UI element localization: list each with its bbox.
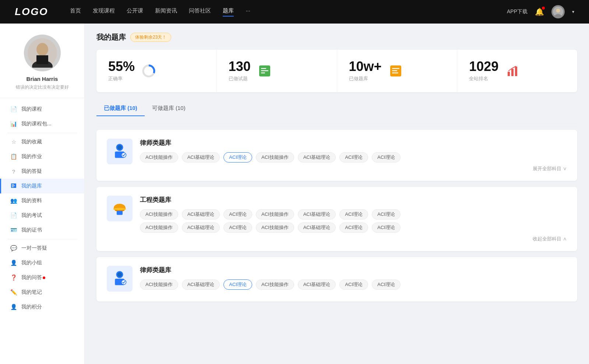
main-content: 我的题库 体验剩余23天！ 55% 正确率 (85, 24, 589, 364)
stat-done-questions-value: 130 (229, 60, 251, 73)
stat-rank: 1029 全站排名 (457, 50, 577, 92)
bank-card-3: 律师类题库 ACI技能操作 ACI基础理论 ACI理论 ACI技能操作 ACI基… (96, 257, 577, 301)
bank-tag-1-2[interactable]: ACI理论 (223, 152, 252, 163)
sidebar-user-motto: 错误的决定比没有决定要好 (7, 84, 77, 90)
bank-tag-3-6[interactable]: ACI理论 (372, 279, 401, 290)
svg-rect-15 (261, 70, 268, 71)
bank-tag-3-3[interactable]: ACI技能操作 (256, 279, 294, 290)
sidebar-item-onetoone[interactable]: 💬 一对一答疑 (0, 241, 84, 256)
page-header: 我的题库 体验剩余23天！ (96, 32, 577, 42)
sidebar-item-myexam[interactable]: 📄 我的考试 (0, 208, 84, 223)
svg-rect-14 (261, 68, 266, 69)
bank-tag-1-5[interactable]: ACI理论 (339, 152, 368, 163)
bank-name-2: 工程类题库 (140, 196, 567, 204)
sidebar-item-myanswer[interactable]: ? 我的答疑 (0, 164, 84, 179)
sidebar-item-mycourse[interactable]: 📄 我的课程 (0, 102, 84, 117)
stat-done-banks-text: 10w+ 已做题库 (349, 60, 382, 82)
bank-tag-2-5[interactable]: ACI理论 (339, 209, 368, 220)
accuracy-icon (141, 63, 157, 79)
user-avatar[interactable] (551, 5, 565, 18)
nav-opencourse[interactable]: 公开课 (127, 7, 143, 17)
page-wrapper: Brian Harris 错误的决定比没有决定要好 📄 我的课程 📊 我的课程包… (0, 24, 589, 364)
bank-tag-3-0[interactable]: ACI技能操作 (140, 279, 178, 290)
expand-btn-1[interactable]: 展开全部科目 ∨ (140, 165, 567, 172)
svg-rect-10 (12, 187, 14, 188)
bank-tag-2b-3[interactable]: ACI技能操作 (256, 222, 294, 233)
sidebar-item-myqa[interactable]: ❓ 我的问答 (0, 270, 84, 285)
nav-questionbank[interactable]: 题库 (223, 7, 234, 17)
bank-tag-3-5[interactable]: ACI理论 (339, 279, 368, 290)
sidebar-item-homework[interactable]: 📋 我的作业 (0, 149, 84, 164)
nav-home[interactable]: 首页 (70, 7, 81, 17)
done-banks-icon (388, 63, 404, 79)
stat-accuracy-text: 55% 正确率 (108, 60, 135, 82)
myanswer-icon: ? (10, 168, 17, 175)
sidebar-item-mypoints[interactable]: 👤 我的积分 (0, 300, 84, 314)
expand-btn-2[interactable]: 收起全部科目 ∧ (140, 236, 567, 242)
mynotes-icon: ✏️ (10, 289, 17, 296)
sidebar-label-myqa: 我的问答 (21, 274, 45, 281)
svg-rect-16 (261, 72, 265, 74)
bank-tag-1-6[interactable]: ACI理论 (372, 152, 401, 163)
bank-tag-3-1[interactable]: ACI基础理论 (182, 279, 220, 290)
stats-row: 55% 正确率 130 已做试题 (96, 50, 577, 92)
svg-rect-9 (12, 186, 15, 186)
homework-icon: 📋 (10, 153, 17, 160)
bank-tag-1-1[interactable]: ACI基础理论 (182, 152, 220, 163)
navbar: LOGO 首页 发现课程 公开课 新闻资讯 问答社区 题库 ··· APP下载 … (0, 0, 589, 24)
sidebar-item-mycert[interactable]: 🪪 我的证书 (0, 223, 84, 238)
bank-tag-1-4[interactable]: ACI基础理论 (298, 152, 336, 163)
bank-tag-2-6[interactable]: ACI理论 (372, 209, 401, 220)
sidebar-item-coursepackage[interactable]: 📊 我的课程包... (0, 117, 84, 131)
sidebar-menu: 📄 我的课程 📊 我的课程包... ☆ 我的收藏 📋 我的作业 ? 我的答疑 (0, 98, 84, 318)
bank-tags-row-2b: ACI技能操作 ACI基础理论 ACI理论 ACI技能操作 ACI基础理论 AC… (140, 222, 567, 233)
mypoints-icon: 👤 (10, 304, 17, 310)
sidebar-item-mygroup[interactable]: 👤 我的小组 (0, 256, 84, 270)
bank-tag-2-1[interactable]: ACI基础理论 (182, 209, 220, 220)
svg-point-4 (36, 43, 48, 56)
sidebar-avatar (24, 35, 61, 71)
sidebar-item-favorites[interactable]: ☆ 我的收藏 (0, 135, 84, 149)
bank-card-2-header: 工程类题库 ACI技能操作 ACI基础理论 ACI理论 ACI技能操作 ACI基… (107, 196, 567, 242)
sidebar-sep-2 (7, 239, 77, 239)
stat-done-banks: 10w+ 已做题库 (337, 50, 458, 92)
bank-tag-2b-5[interactable]: ACI理论 (339, 222, 368, 233)
notification-bell[interactable]: 🔔 (535, 7, 544, 16)
bank-tag-2-3[interactable]: ACI技能操作 (256, 209, 294, 220)
bank-tag-2-0[interactable]: ACI技能操作 (140, 209, 178, 220)
bank-tag-2-2[interactable]: ACI理论 (223, 209, 252, 220)
nav-more[interactable]: ··· (246, 7, 250, 17)
nav-discover[interactable]: 发现课程 (93, 7, 115, 17)
bank-tag-2b-6[interactable]: ACI理论 (372, 222, 401, 233)
sidebar-item-mydata[interactable]: 👥 我的资料 (0, 193, 84, 208)
avatar-dropdown-arrow[interactable]: ▾ (572, 9, 574, 14)
bank-tag-2b-4[interactable]: ACI基础理论 (298, 222, 336, 233)
bank-tags-row-2a: ACI技能操作 ACI基础理论 ACI理论 ACI技能操作 ACI基础理论 AC… (140, 209, 567, 220)
svg-point-31 (113, 208, 126, 210)
bank-tag-1-3[interactable]: ACI技能操作 (256, 152, 294, 163)
bank-card-1: 律师类题库 ACI技能操作 ACI基础理论 ACI理论 ACI技能操作 ACI基… (96, 130, 577, 181)
tab-available[interactable]: 可做题库 (10) (145, 101, 193, 116)
bank-tag-2-4[interactable]: ACI基础理论 (298, 209, 336, 220)
questionbank-icon (10, 183, 17, 189)
app-download-btn[interactable]: APP下载 (507, 8, 528, 15)
stat-accuracy-value: 55% (108, 60, 135, 73)
tab-done[interactable]: 已做题库 (10) (96, 101, 145, 116)
bank-tag-3-2[interactable]: ACI理论 (223, 279, 252, 290)
bank-tag-2b-1[interactable]: ACI基础理论 (182, 222, 220, 233)
nav-news[interactable]: 新闻资讯 (155, 7, 177, 17)
sidebar-item-questionbank[interactable]: 我的题库 (0, 179, 84, 193)
bank-icon-engineer (107, 196, 133, 221)
sidebar-label-onetoone: 一对一答疑 (21, 245, 47, 251)
sidebar-item-mynotes[interactable]: ✏️ 我的笔记 (0, 285, 84, 300)
nav-qa[interactable]: 问答社区 (189, 7, 211, 17)
bank-card-2-content: 工程类题库 ACI技能操作 ACI基础理论 ACI理论 ACI技能操作 ACI基… (140, 196, 567, 242)
bank-tag-2b-0[interactable]: ACI技能操作 (140, 222, 178, 233)
bank-tag-1-0[interactable]: ACI技能操作 (140, 152, 178, 163)
stat-rank-text: 1029 全站排名 (469, 60, 498, 82)
bank-tag-3-4[interactable]: ACI基础理论 (298, 279, 336, 290)
bank-card-3-header: 律师类题库 ACI技能操作 ACI基础理论 ACI理论 ACI技能操作 ACI基… (107, 266, 567, 293)
bank-tags-row-1: ACI技能操作 ACI基础理论 ACI理论 ACI技能操作 ACI基础理论 AC… (140, 152, 567, 163)
done-questions-icon (257, 63, 273, 79)
bank-tag-2b-2[interactable]: ACI理论 (223, 222, 252, 233)
